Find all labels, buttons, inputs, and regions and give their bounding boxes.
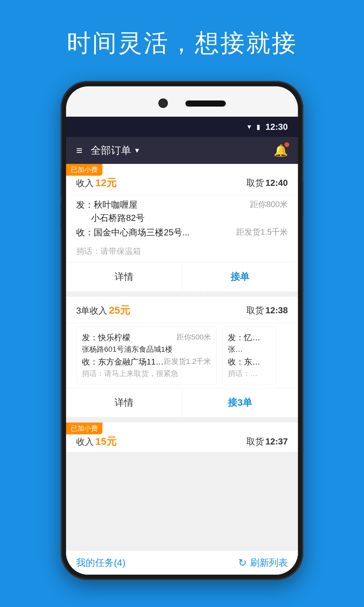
- pickup-time-1: 12:40: [266, 178, 288, 188]
- power-button[interactable]: [303, 182, 303, 216]
- order-detail-1: 发：秋叶咖喱屋 距你800米 小石桥路82号 收：国金中心商场三楼25号... …: [66, 196, 298, 243]
- mini-to-dist-1: 距发货1.2千米: [164, 356, 211, 367]
- order-card-2: 3单收入 25元 取货 12:38 发：快乐柠檬: [66, 297, 298, 417]
- volume-down-button[interactable]: [61, 202, 61, 229]
- mini-from-dist-1: 距你500米: [177, 332, 211, 343]
- accept-button-2[interactable]: 接3单: [182, 388, 298, 417]
- camera: [158, 98, 168, 108]
- from-row-1: 发：秋叶咖喱屋 距你800米: [76, 199, 288, 211]
- detail-button-2[interactable]: 详情: [66, 388, 182, 417]
- mini-to-label-2: 收：东…: [228, 356, 260, 367]
- app-header: ≡ 全部订单 ▼ 🔔: [66, 137, 298, 164]
- pickup-label-1: 取货: [246, 178, 264, 188]
- pickup-time-3: 12:37: [266, 436, 288, 446]
- status-bar: ▾ ▮ 12:30: [66, 117, 298, 137]
- mini-from-addr-2: 张…: [228, 344, 270, 354]
- from-label-1: 发：秋叶咖喱屋: [76, 199, 247, 211]
- speaker: [185, 100, 226, 107]
- to-distance-1: 距发货1.5千米: [236, 227, 288, 237]
- mini-card-1: 发：快乐柠檬 距你500米 张杨路601号浦东食品城1楼 收：东方金融广场11……: [76, 326, 217, 384]
- income-label-3: 收入: [76, 437, 94, 447]
- mini-from-label-1: 发：快乐柠檬: [82, 332, 130, 343]
- pickup-time-2: 12:38: [266, 305, 288, 315]
- header-title-text: 全部订单: [91, 144, 131, 157]
- dropdown-icon[interactable]: ▼: [134, 147, 141, 154]
- accept-button-1[interactable]: 接单: [182, 262, 298, 291]
- income-label-2: 3单收入: [76, 306, 107, 316]
- mini-to-label-1: 收：东方金融广场11…: [82, 356, 164, 367]
- mini-note-1: 捎话：请马上来取货，很紧急: [82, 369, 211, 379]
- income-area-1: 收入 12元: [76, 176, 117, 190]
- mini-from-label-2: 发：忆…: [228, 332, 260, 343]
- header-left: ≡ 全部订单 ▼: [76, 144, 140, 157]
- screen-content: ▾ ▮ 12:30 ≡ 全部订单 ▼ 🔔: [66, 117, 298, 575]
- order-actions-1: 详情 接单: [66, 262, 298, 291]
- refresh-area[interactable]: ↻ 刷新列表: [238, 556, 288, 569]
- from-addr-1: 小石桥路82号: [91, 212, 288, 224]
- income-amount-3: 15元: [95, 436, 116, 447]
- to-row-1: 收：国金中心商场三楼25号... 距发货1.5千米: [76, 227, 288, 238]
- mini-from-row-2: 发：忆…: [228, 332, 270, 343]
- from-distance-1: 距你800米: [250, 199, 288, 210]
- mini-to-row-1: 收：东方金融广场11… 距发货1.2千米: [82, 356, 211, 367]
- to-label-1: 收：国金中心商场三楼25号...: [76, 227, 233, 238]
- pickup-area-2: 取货 12:38: [246, 305, 288, 316]
- notification-bell[interactable]: 🔔: [274, 144, 288, 157]
- mini-from-addr-1: 张杨路601号浦东食品城1楼: [82, 344, 211, 354]
- headline: 时间灵活，想接就接: [0, 27, 364, 59]
- mini-card-2: 发：忆… 张… 收：东… 捎话：…: [222, 326, 276, 384]
- mini-from-row-1: 发：快乐柠檬 距你500米: [82, 332, 211, 343]
- note-1: 捎话：请带保温箱: [66, 246, 298, 262]
- mini-to-row-2: 收：东…: [228, 356, 270, 367]
- order-actions-2: 详情 接3单: [66, 388, 298, 417]
- order-card-1: 已加小费 收入 12元 取货 12:40 发：秋叶咖喱屋: [66, 164, 298, 291]
- income-amount-2: 25元: [109, 305, 130, 316]
- income-label-1: 收入: [76, 178, 94, 188]
- battery-icon: ▮: [256, 123, 260, 131]
- wifi-icon: ▾: [247, 122, 251, 131]
- refresh-label: 刷新列表: [250, 556, 288, 569]
- notification-dot: [284, 142, 289, 147]
- status-time: 12:30: [266, 122, 288, 132]
- income-amount-1: 12元: [95, 177, 116, 188]
- income-area-2: 3单收入 25元: [76, 304, 130, 317]
- income-area-3: 收入 15元: [76, 435, 117, 449]
- volume-up-button[interactable]: [61, 169, 61, 196]
- fee-badge-1: 已加小费: [66, 164, 102, 176]
- pickup-area-3: 取货 12:37: [246, 436, 288, 447]
- phone-frame: ▾ ▮ 12:30 ≡ 全部订单 ▼ 🔔: [61, 81, 303, 580]
- detail-button-1[interactable]: 详情: [66, 262, 182, 291]
- pickup-label-3: 取货: [246, 436, 264, 446]
- pickup-label-2: 取货: [246, 305, 264, 315]
- phone-screen: ▾ ▮ 12:30 ≡ 全部订单 ▼ 🔔: [66, 86, 298, 575]
- multi-orders-scroll: 发：快乐柠檬 距你500米 张杨路601号浦东食品城1楼 收：东方金融广场11……: [66, 323, 298, 388]
- bottom-bar: 我的任务(4) ↻ 刷新列表: [66, 550, 298, 575]
- menu-icon[interactable]: ≡: [76, 144, 83, 157]
- order-card-3: 已加小费 收入 15元 取货 12:37: [66, 423, 298, 452]
- my-tasks-button[interactable]: 我的任务(4): [76, 556, 125, 569]
- refresh-icon: ↻: [238, 557, 247, 569]
- header-title-area[interactable]: 全部订单 ▼: [91, 144, 141, 157]
- order-list: 已加小费 收入 12元 取货 12:40 发：秋叶咖喱屋: [66, 164, 298, 575]
- pickup-area-1: 取货 12:40: [246, 177, 288, 189]
- fee-badge-3: 已加小费: [66, 423, 102, 434]
- order-header-2: 3单收入 25元 取货 12:38: [66, 297, 298, 323]
- mini-note-2: 捎话：…: [228, 369, 270, 379]
